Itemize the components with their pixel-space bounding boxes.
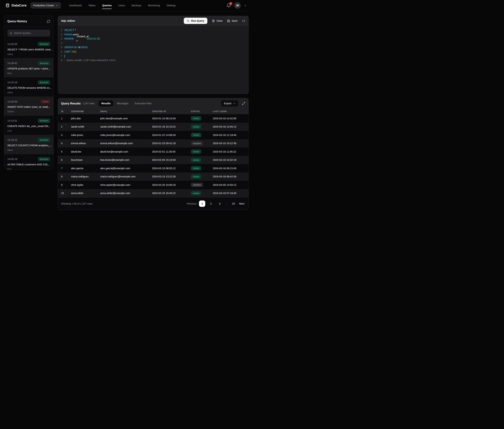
brand: DataCore	[5, 3, 27, 8]
table-row[interactable]: 1john.doejohn.doe@example.com2024-01-15 …	[58, 114, 249, 123]
nav-item-settings[interactable]: Settings	[166, 0, 176, 11]
history-item-top: 14:10:22Success	[7, 138, 50, 142]
table-row[interactable]: 2sarah.smithsarah.smith@example.com2024-…	[58, 123, 249, 131]
nav-item-users[interactable]: Users	[118, 0, 125, 11]
topbar-right: 2 JD	[226, 2, 247, 9]
refresh-icon	[47, 20, 50, 23]
save-button[interactable]: Save	[227, 19, 237, 22]
line-code: WHEREcreated_at>'2024-01-01'	[63, 36, 100, 41]
nav-item-dashboard[interactable]: Dashboard	[69, 0, 81, 11]
page-buttons: 123...25	[199, 200, 237, 207]
history-item[interactable]: 14:15:31SuccessCREATE INDEX idx_user_ema…	[4, 116, 53, 135]
search-input[interactable]	[14, 32, 48, 35]
history-item[interactable]: 14:28:42SuccessUPDATE products SET price…	[4, 58, 53, 78]
tab-results[interactable]: Results	[99, 100, 113, 106]
sql-code-editor[interactable]: 1SELECT *2FROM users3WHEREcreated_at>'20…	[58, 26, 249, 94]
cell-email: david.lee@example.com	[100, 150, 152, 153]
cluster-selector-label: Production Cluster	[33, 4, 54, 7]
table-row[interactable]: 9chris.taylorchris.taylor@example.com202…	[58, 181, 249, 189]
line-number: 2	[58, 32, 63, 37]
line-number: 4	[58, 41, 63, 45]
export-label: Export	[224, 102, 231, 105]
code-token: created_at	[77, 34, 89, 39]
table-row[interactable]: 4emma.wilsonemma.wilson@example.com2024-…	[58, 139, 249, 148]
cell-id: 1	[61, 117, 71, 120]
cell-last-login: 2024-03-18 10:32:18	[213, 159, 249, 161]
history-item[interactable]: 14:25:18SuccessDELETE FROM sessions WHER…	[4, 77, 53, 97]
clear-button[interactable]: Clear	[212, 19, 223, 22]
nav-item-tables[interactable]: Tables	[88, 0, 96, 11]
history-item[interactable]: 14:05:18SuccessALTER TABLE customers ADD…	[4, 154, 53, 169]
table-row[interactable]: 3mike.jonesmike.jones@example.com2024-01…	[58, 131, 249, 139]
line-code: FROM users	[63, 32, 79, 37]
pagination-bar: Showing 1-50 of 1,247 rows Previous 123.…	[58, 197, 249, 210]
code-line: 4	[58, 41, 249, 45]
table-row[interactable]: 8maria.rodriguezmaria.rodriguez@example.…	[58, 172, 249, 181]
nav-item-monitoring[interactable]: Monitoring	[148, 0, 160, 11]
user-menu-chevron-down-icon[interactable]	[244, 4, 247, 7]
previous-page-button[interactable]: Previous	[187, 202, 197, 205]
page-button-25[interactable]: 25	[230, 200, 237, 207]
code-token: LIMIT	[64, 50, 71, 53]
cell-last-login: 2024-03-18 08:42:30	[213, 175, 249, 178]
status-badge: Failed	[40, 99, 50, 104]
history-item-query: CREATE INDEX idx_user_email ON...	[7, 125, 50, 127]
clear-label: Clear	[216, 19, 223, 22]
history-item-top: 14:32:05Success	[7, 42, 50, 46]
nav-item-backups[interactable]: Backups	[132, 0, 141, 11]
page-button-1[interactable]: 1	[199, 200, 205, 207]
history-item-top: 14:28:42Success	[7, 61, 50, 65]
search-box[interactable]	[7, 30, 50, 36]
history-item[interactable]: 14:10:22SuccessSELECT COUNT(*) FROM anal…	[4, 135, 53, 154]
text-cursor	[64, 54, 65, 58]
status-badge: Success	[38, 42, 50, 46]
history-item-duration: 45ms	[7, 149, 50, 151]
history-item[interactable]: 14:20:55FailedINSERT INTO orders (user_i…	[4, 97, 53, 116]
table-row[interactable]: 6lisa.brownlisa.brown@example.com2024-02…	[58, 156, 249, 164]
line-number: 8	[58, 58, 63, 63]
status-badge: Success	[38, 61, 50, 65]
notifications-button[interactable]: 2	[226, 3, 231, 8]
query-history-title: Query History	[7, 20, 27, 23]
cell-created-at: 2024-01-18 10:15:22	[152, 125, 191, 128]
refresh-button[interactable]	[47, 20, 50, 23]
table-row[interactable]: 5david.leedavid.lee@example.com2024-02-0…	[58, 147, 249, 156]
line-code: -- Query results: 1,247 rows returned in…	[63, 58, 116, 63]
cluster-selector[interactable]: Production Cluster	[30, 2, 61, 9]
expand-icon	[242, 102, 245, 105]
cell-username: john.doe	[71, 117, 100, 120]
history-item[interactable]: 14:32:05SuccessSELECT * FROM users WHERE…	[4, 39, 53, 58]
line-number: 6	[58, 50, 63, 54]
cell-email: emma.wilson@example.com	[100, 142, 152, 145]
expand-button[interactable]	[242, 102, 245, 105]
history-item-duration: 102ms	[7, 110, 50, 113]
pagination-summary: Showing 1-50 of 1,247 rows	[61, 202, 93, 205]
page-button-3[interactable]: 3	[216, 200, 223, 207]
table-body: 1john.doejohn.doe@example.com2024-01-15 …	[58, 114, 249, 197]
history-list: 14:32:05SuccessSELECT * FROM users WHERE…	[4, 39, 53, 169]
history-item-time: 14:15:31	[7, 119, 17, 122]
history-item-duration: 15ms	[7, 91, 50, 94]
notification-badge: 2	[229, 2, 232, 5]
code-token: DESC	[81, 46, 88, 49]
top-bar: DataCore Production Cluster DashboardTab…	[0, 0, 252, 11]
query-results-panel: Query Results 1,247 rows ResultsMessages…	[58, 98, 249, 210]
cell-id: 6	[61, 159, 71, 161]
avatar[interactable]: JD	[234, 2, 241, 9]
export-button[interactable]: Export	[221, 100, 238, 107]
editor-actions: Run Query Clear Save	[184, 18, 245, 24]
table-row[interactable]: 10anna.whiteanna.white@example.com2024-0…	[58, 189, 249, 197]
tab-messages[interactable]: Messages	[114, 100, 131, 106]
cell-email: lisa.brown@example.com	[100, 159, 152, 161]
table-row[interactable]: 7alex.garciaalex.garcia@example.com2024-…	[58, 164, 249, 172]
cell-created-at: 2024-01-15 08:23:45	[152, 117, 191, 120]
nav-item-queries[interactable]: Queries	[102, 0, 112, 11]
status-badge: Active	[191, 158, 201, 162]
next-page-button[interactable]: Next	[239, 202, 244, 205]
page-button-2[interactable]: 2	[208, 200, 214, 207]
code-brackets-icon	[242, 19, 245, 23]
tab-execution-plan[interactable]: Execution Plan	[132, 100, 154, 106]
run-query-button[interactable]: Run Query	[184, 18, 207, 24]
cell-email: mike.jones@example.com	[100, 134, 152, 136]
code-view-button[interactable]	[242, 19, 245, 23]
